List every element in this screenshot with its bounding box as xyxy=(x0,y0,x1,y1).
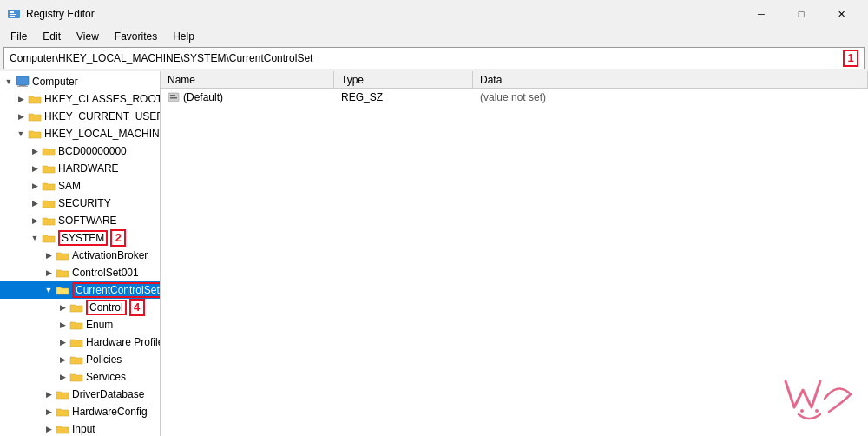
tree-item-hardware[interactable]: ▶ HARDWARE xyxy=(0,160,160,177)
folder-icon-services xyxy=(69,371,83,383)
expand-hkcr[interactable]: ▶ xyxy=(14,92,28,106)
folder-icon-hkcr xyxy=(28,93,42,105)
tree-label-system: SYSTEM xyxy=(58,230,108,246)
tree-item-hardwareconfig[interactable]: ▶ HardwareConfig xyxy=(0,403,160,420)
menu-view[interactable]: View xyxy=(69,29,106,44)
watermark xyxy=(781,373,859,427)
address-bar[interactable]: Computer\HKEY_LOCAL_MACHINE\SYSTEM\Curre… xyxy=(3,47,865,69)
tree-label-input: Input xyxy=(72,423,95,435)
tree-item-enum[interactable]: ▶ Enum xyxy=(0,316,160,334)
expand-sam[interactable]: ▶ xyxy=(28,179,42,193)
tree-panel[interactable]: ▼ Computer ▶ HKEY_CLASSES_ROOT ▶ xyxy=(0,71,161,436)
menu-bar: File Edit View Favorites Help xyxy=(0,28,868,45)
expand-driverdatabase[interactable]: ▶ xyxy=(42,387,56,401)
tree-item-currentcontrolset[interactable]: ▼ CurrentControlSet 3 xyxy=(0,281,160,299)
svg-rect-3 xyxy=(10,16,15,17)
step-4-label: 4 xyxy=(129,299,145,316)
expand-services[interactable]: ▶ xyxy=(56,370,69,384)
tree-item-hkcr[interactable]: ▶ HKEY_CLASSES_ROOT xyxy=(0,90,160,108)
tree-label-controlset001: ControlSet001 xyxy=(72,267,139,279)
svg-rect-6 xyxy=(17,86,28,87)
tree-label-driverdatabase: DriverDatabase xyxy=(72,388,144,400)
tree-label-policies: Policies xyxy=(86,353,122,366)
expand-hardwareprofiles[interactable]: ▶ xyxy=(56,335,69,349)
folder-icon-hardwareprofiles xyxy=(69,336,83,348)
expand-hkcu[interactable]: ▶ xyxy=(14,109,28,123)
right-data-panel[interactable]: (Default) REG_SZ (value not set) xyxy=(161,89,868,436)
tree-item-activationbroker[interactable]: ▶ ActivationBroker xyxy=(0,247,160,264)
tree-label-software: SOFTWARE xyxy=(58,215,117,227)
maximize-button[interactable]: □ xyxy=(781,0,821,28)
tree-item-sam[interactable]: ▶ SAM xyxy=(0,177,160,195)
tree-item-policies[interactable]: ▶ Policies xyxy=(0,351,160,368)
folder-icon-control xyxy=(69,301,83,314)
expand-control[interactable]: ▶ xyxy=(56,301,69,314)
folder-icon-controlset001 xyxy=(56,267,69,279)
tree-item-input[interactable]: ▶ Input xyxy=(0,420,160,436)
folder-icon-driverdatabase xyxy=(56,388,69,400)
folder-icon-software xyxy=(42,215,56,227)
tree-item-controlset001[interactable]: ▶ ControlSet001 xyxy=(0,264,160,281)
tree-label-currentcontrolset: CurrentControlSet xyxy=(72,282,161,298)
title-bar: Registry Editor ─ □ ✕ xyxy=(0,0,868,28)
tree-item-driverdatabase[interactable]: ▶ DriverDatabase xyxy=(0,386,160,403)
app-icon xyxy=(7,7,21,21)
col-header-type: Type xyxy=(334,71,473,88)
col-header-data: Data xyxy=(473,71,868,88)
tree-label-services: Services xyxy=(86,371,126,383)
expand-system[interactable]: ▼ xyxy=(28,231,42,245)
svg-point-11 xyxy=(815,409,819,413)
tree-item-control[interactable]: ▶ Control 4 xyxy=(0,299,160,316)
tree-item-hardwareprofiles[interactable]: ▶ Hardware Profiles xyxy=(0,334,160,351)
step-1-label: 1 xyxy=(843,50,858,67)
window-controls: ─ □ ✕ xyxy=(741,0,861,28)
tree-label-hkcr: HKEY_CLASSES_ROOT xyxy=(44,93,161,105)
expand-controlset001[interactable]: ▶ xyxy=(42,266,56,280)
menu-help[interactable]: Help xyxy=(166,29,201,44)
tree-item-hkcu[interactable]: ▶ HKEY_CURRENT_USER xyxy=(0,108,160,125)
tree-item-computer[interactable]: ▼ Computer xyxy=(0,73,160,90)
tree-item-software[interactable]: ▶ SOFTWARE xyxy=(0,212,160,229)
step-2-label: 2 xyxy=(110,229,126,247)
expand-activationbroker[interactable]: ▶ xyxy=(42,248,56,262)
menu-favorites[interactable]: Favorites xyxy=(108,29,164,44)
svg-rect-9 xyxy=(170,97,177,99)
column-headers: Name Type Data xyxy=(161,71,868,89)
tree-label-enum: Enum xyxy=(86,319,113,331)
tree-item-system[interactable]: ▼ SYSTEM 2 xyxy=(0,229,160,247)
expand-policies[interactable]: ▶ xyxy=(56,353,69,367)
data-cell-value-default: (value not set) xyxy=(473,91,868,103)
tree-item-services[interactable]: ▶ Services xyxy=(0,368,160,386)
expand-hklm[interactable]: ▼ xyxy=(14,127,28,141)
col-header-name: Name xyxy=(161,71,334,88)
tree-label-security: SECURITY xyxy=(58,197,111,209)
folder-icon-currentcontrolset xyxy=(56,284,69,296)
close-button[interactable]: ✕ xyxy=(821,0,861,28)
expand-computer[interactable]: ▼ xyxy=(2,75,16,89)
minimize-button[interactable]: ─ xyxy=(741,0,781,28)
data-row-default[interactable]: (Default) REG_SZ (value not set) xyxy=(161,89,868,106)
folder-icon-hardwareconfig xyxy=(56,406,69,418)
menu-edit[interactable]: Edit xyxy=(36,29,68,44)
expand-software[interactable]: ▶ xyxy=(28,214,42,228)
tree-item-bcd[interactable]: ▶ BCD00000000 xyxy=(0,142,160,160)
tree-label-hkcu: HKEY_CURRENT_USER xyxy=(44,110,161,122)
default-value-icon xyxy=(168,92,180,102)
expand-security[interactable]: ▶ xyxy=(28,196,42,210)
tree-item-hklm[interactable]: ▼ HKEY_LOCAL_MACHINE xyxy=(0,125,160,142)
svg-rect-8 xyxy=(170,95,175,96)
expand-input[interactable]: ▶ xyxy=(42,422,56,436)
expand-currentcontrolset[interactable]: ▼ xyxy=(42,283,56,297)
tree-label-hardwareprofiles: Hardware Profiles xyxy=(86,336,161,348)
expand-hardwareconfig[interactable]: ▶ xyxy=(42,405,56,419)
expand-hardware[interactable]: ▶ xyxy=(28,162,42,175)
expand-enum[interactable]: ▶ xyxy=(56,318,69,332)
expand-bcd[interactable]: ▶ xyxy=(28,144,42,158)
tree-label-hardwareconfig: HardwareConfig xyxy=(72,406,148,418)
data-cell-type-default: REG_SZ xyxy=(334,91,473,103)
menu-file[interactable]: File xyxy=(3,29,34,44)
tree-item-security[interactable]: ▶ SECURITY xyxy=(0,195,160,212)
tree-label-computer: Computer xyxy=(32,76,78,88)
folder-icon-enum xyxy=(69,319,83,331)
folder-icon-bcd xyxy=(42,145,56,157)
